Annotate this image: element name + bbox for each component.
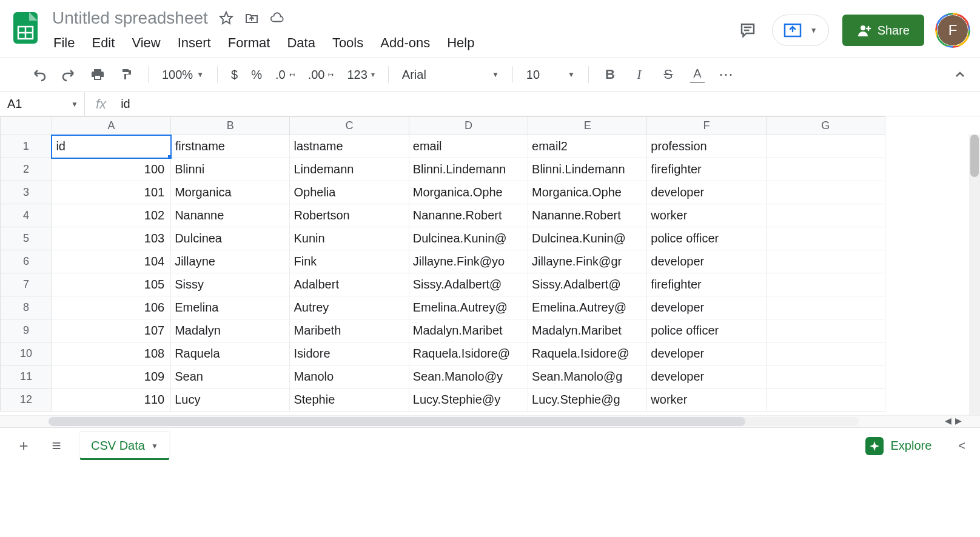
- cell-A11[interactable]: 109: [52, 365, 170, 389]
- cell-F3[interactable]: developer: [647, 181, 766, 204]
- sheets-logo[interactable]: [12, 6, 46, 48]
- doc-title[interactable]: Untitled spreadsheet: [52, 8, 208, 28]
- cell-E6[interactable]: Jillayne.Fink@gr: [528, 250, 647, 273]
- cell-C6[interactable]: Fink: [290, 250, 409, 273]
- share-button[interactable]: Share: [842, 15, 924, 46]
- cell-G3[interactable]: [766, 181, 885, 204]
- column-header-A[interactable]: A: [52, 117, 170, 135]
- number-format[interactable]: 123▾: [347, 68, 374, 82]
- row-header-4[interactable]: 4: [1, 204, 52, 227]
- menu-view[interactable]: View: [132, 35, 160, 51]
- row-header-11[interactable]: 11: [1, 365, 52, 389]
- present-button[interactable]: ▼: [772, 15, 829, 46]
- cell-C7[interactable]: Adalbert: [290, 273, 409, 296]
- cell-E7[interactable]: Sissy.Adalbert@: [528, 273, 647, 296]
- cell-D4[interactable]: Nananne.Robert: [409, 204, 528, 227]
- vertical-scrollbar[interactable]: [969, 135, 980, 415]
- cell-G6[interactable]: [766, 250, 885, 273]
- horizontal-scrollbar[interactable]: ◀▶: [0, 415, 980, 427]
- cell-E10[interactable]: Raquela.Isidore@: [528, 342, 647, 365]
- text-color-button[interactable]: A: [690, 67, 705, 82]
- cell-F12[interactable]: worker: [647, 389, 766, 412]
- cell-F9[interactable]: police officer: [647, 319, 766, 342]
- cell-F4[interactable]: worker: [647, 204, 766, 227]
- cell-C3[interactable]: Ophelia: [290, 181, 409, 204]
- menu-data[interactable]: Data: [287, 35, 315, 51]
- cell-A12[interactable]: 110: [52, 389, 170, 412]
- format-currency[interactable]: $: [231, 68, 238, 82]
- move-icon[interactable]: [244, 11, 259, 25]
- cell-E3[interactable]: Morganica.Ophe: [528, 181, 647, 204]
- more-tools-button[interactable]: ⋯: [719, 67, 734, 82]
- sheet-tab-active[interactable]: CSV Data▼: [80, 432, 169, 460]
- cell-D8[interactable]: Emelina.Autrey@: [409, 296, 528, 319]
- cell-A1[interactable]: id: [52, 135, 170, 158]
- cell-A5[interactable]: 103: [52, 227, 170, 250]
- cell-G5[interactable]: [766, 227, 885, 250]
- add-sheet-button[interactable]: +: [15, 436, 33, 455]
- redo-icon[interactable]: [61, 67, 76, 82]
- cell-B4[interactable]: Nananne: [171, 204, 290, 227]
- row-header-12[interactable]: 12: [1, 389, 52, 412]
- column-header-B[interactable]: B: [171, 117, 290, 135]
- cell-D10[interactable]: Raquela.Isidore@: [409, 342, 528, 365]
- cell-D1[interactable]: email: [409, 135, 528, 158]
- cell-A8[interactable]: 106: [52, 296, 170, 319]
- cell-G9[interactable]: [766, 319, 885, 342]
- menu-addons[interactable]: Add-ons: [380, 35, 430, 51]
- undo-icon[interactable]: [32, 67, 47, 82]
- column-header-G[interactable]: G: [766, 117, 885, 135]
- strikethrough-button[interactable]: S: [660, 67, 676, 82]
- cell-A2[interactable]: 100: [52, 158, 170, 181]
- column-header-C[interactable]: C: [290, 117, 409, 135]
- row-header-8[interactable]: 8: [1, 296, 52, 319]
- font-select[interactable]: Arial▼: [402, 68, 499, 82]
- menu-format[interactable]: Format: [228, 35, 270, 51]
- cell-G10[interactable]: [766, 342, 885, 365]
- cell-C10[interactable]: Isidore: [290, 342, 409, 365]
- cell-A7[interactable]: 105: [52, 273, 170, 296]
- explore-button[interactable]: Explore: [865, 437, 932, 455]
- cell-B5[interactable]: Dulcinea: [171, 227, 290, 250]
- cell-G11[interactable]: [766, 365, 885, 389]
- cell-A6[interactable]: 104: [52, 250, 170, 273]
- row-header-7[interactable]: 7: [1, 273, 52, 296]
- cell-D2[interactable]: Blinni.Lindemann: [409, 158, 528, 181]
- paint-format-icon[interactable]: [119, 67, 135, 82]
- cell-D6[interactable]: Jillayne.Fink@yo: [409, 250, 528, 273]
- menu-help[interactable]: Help: [447, 35, 474, 51]
- decrease-decimal[interactable]: .0↤: [275, 68, 295, 82]
- menu-edit[interactable]: Edit: [92, 35, 115, 51]
- cell-E5[interactable]: Dulcinea.Kunin@: [528, 227, 647, 250]
- cell-D11[interactable]: Sean.Manolo@y: [409, 365, 528, 389]
- collapse-sidepanel-icon[interactable]: <: [958, 439, 965, 453]
- collapse-toolbar-icon[interactable]: [952, 67, 968, 82]
- column-header-D[interactable]: D: [409, 117, 528, 135]
- cell-C12[interactable]: Stephie: [290, 389, 409, 412]
- cell-B12[interactable]: Lucy: [171, 389, 290, 412]
- menu-file[interactable]: File: [53, 35, 75, 51]
- cell-D7[interactable]: Sissy.Adalbert@: [409, 273, 528, 296]
- row-header-10[interactable]: 10: [1, 342, 52, 365]
- bold-button[interactable]: B: [602, 67, 618, 82]
- cell-D3[interactable]: Morganica.Ophe: [409, 181, 528, 204]
- cell-C5[interactable]: Kunin: [290, 227, 409, 250]
- column-header-E[interactable]: E: [528, 117, 647, 135]
- cell-D5[interactable]: Dulcinea.Kunin@: [409, 227, 528, 250]
- font-size-select[interactable]: 10▼: [526, 68, 575, 82]
- cell-G7[interactable]: [766, 273, 885, 296]
- column-header-F[interactable]: F: [647, 117, 766, 135]
- cell-E4[interactable]: Nananne.Robert: [528, 204, 647, 227]
- menu-tools[interactable]: Tools: [332, 35, 363, 51]
- cell-E1[interactable]: email2: [528, 135, 647, 158]
- cell-B6[interactable]: Jillayne: [171, 250, 290, 273]
- cell-B2[interactable]: Blinni: [171, 158, 290, 181]
- cell-G8[interactable]: [766, 296, 885, 319]
- cell-A4[interactable]: 102: [52, 204, 170, 227]
- row-header-6[interactable]: 6: [1, 250, 52, 273]
- cell-E12[interactable]: Lucy.Stephie@g: [528, 389, 647, 412]
- menu-insert[interactable]: Insert: [178, 35, 211, 51]
- cell-E9[interactable]: Madalyn.Maribet: [528, 319, 647, 342]
- cell-F6[interactable]: developer: [647, 250, 766, 273]
- row-header-2[interactable]: 2: [1, 158, 52, 181]
